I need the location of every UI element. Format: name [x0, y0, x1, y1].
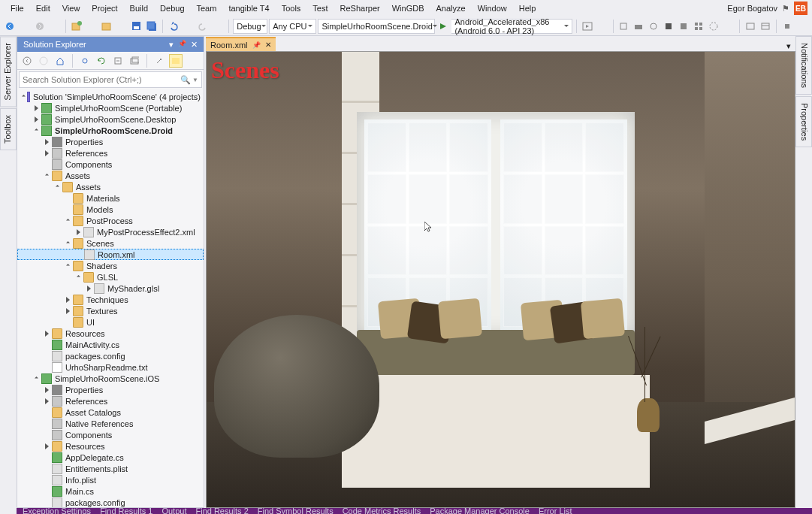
menu-team[interactable]: Team [191, 2, 223, 14]
search-dd-icon[interactable]: ▼ [192, 77, 198, 83]
tree-node[interactable]: SimpleUrhoRoomScene.iOS [17, 373, 204, 384]
tree-node[interactable]: GLSL [17, 271, 204, 283]
bottom-tab[interactable]: Output [161, 508, 186, 514]
tree-node[interactable]: Room.xml [17, 249, 204, 260]
tree-node[interactable]: Resources [17, 328, 204, 339]
scene-viewport[interactable]: Scenes [206, 51, 795, 508]
menu-tangible-t4[interactable]: tangible T4 [222, 2, 275, 14]
expander-icon[interactable] [85, 285, 92, 292]
se-refresh-icon[interactable] [95, 54, 108, 68]
menu-resharper[interactable]: ReSharper [334, 2, 386, 14]
menu-analyze[interactable]: Analyze [430, 2, 472, 14]
tree-node[interactable]: Entitlements.plist [17, 463, 204, 474]
tb-gen7-icon[interactable] [707, 19, 720, 34]
start-debug-button[interactable] [436, 19, 450, 34]
panel-menu-icon[interactable]: ▾ [169, 40, 174, 50]
tree-node[interactable]: packages.config [17, 350, 204, 361]
tree-node[interactable]: Techniques [17, 294, 204, 305]
xamarin-player-icon[interactable] [581, 19, 594, 34]
tb-win2-icon[interactable] [759, 19, 772, 34]
menu-window[interactable]: Window [472, 2, 513, 14]
doc-tab-room[interactable]: Room.xml 📌 ✕ [206, 37, 276, 51]
se-home-icon[interactable] [53, 54, 67, 68]
notifications-tab[interactable]: Notifications [795, 36, 812, 95]
expander-icon[interactable] [32, 127, 40, 135]
menu-wingdb[interactable]: WinGDB [386, 2, 430, 14]
tree-node[interactable]: SimpleUrhoRoomScene.Desktop [17, 113, 204, 125]
tree-node[interactable]: UI [17, 316, 204, 328]
search-input[interactable] [23, 75, 180, 84]
tree-node[interactable]: Resources [17, 440, 204, 452]
nav-back-dd[interactable] [18, 19, 32, 34]
panel-close-icon[interactable]: ✕ [191, 40, 198, 50]
tree-node[interactable]: Components [17, 159, 204, 170]
bottom-tab[interactable]: Error List [539, 508, 572, 514]
tree-node[interactable]: Main.cs [17, 485, 204, 497]
solution-search[interactable]: 🔍 ▼ [19, 71, 202, 88]
tree-node[interactable]: Assets [17, 170, 204, 181]
expander-icon[interactable] [64, 307, 71, 315]
expander-icon[interactable] [64, 240, 71, 247]
tb-win1-icon[interactable] [744, 19, 757, 34]
menu-project[interactable]: Project [86, 2, 123, 14]
notify-flag-icon[interactable]: ⚑ [782, 4, 789, 14]
tb-gen3-icon[interactable] [647, 19, 660, 34]
tree-node[interactable]: SimpleUrhoRoomScene (Portable) [17, 102, 204, 113]
tree-node[interactable]: Shaders [17, 260, 204, 271]
new-project-button[interactable] [70, 19, 83, 34]
toolbox-tab[interactable]: Toolbox [0, 108, 17, 150]
tree-node[interactable]: MyShader.glsl [17, 283, 204, 294]
tb-gen4-icon[interactable] [662, 19, 675, 34]
expander-icon[interactable] [32, 104, 40, 112]
tree-node[interactable]: Models [17, 204, 204, 215]
expander-icon[interactable] [74, 274, 82, 281]
save-all-button[interactable] [145, 19, 158, 34]
pin-icon[interactable]: 📌 [252, 41, 261, 49]
tree-node[interactable]: Materials [17, 192, 204, 204]
tree-node[interactable]: Scenes [17, 237, 204, 249]
expander-icon[interactable] [22, 93, 26, 101]
se-collapse-icon[interactable] [111, 54, 125, 68]
platform-combo[interactable]: Any CPU [269, 19, 316, 34]
server-explorer-tab[interactable]: Server Explorer [0, 36, 17, 107]
startup-project-combo[interactable]: SimpleUrhoRoomScene.Droid [318, 19, 435, 34]
expander-icon[interactable] [43, 150, 50, 157]
expander-icon[interactable] [32, 116, 40, 123]
menu-build[interactable]: Build [124, 2, 154, 14]
tree-node[interactable]: References [17, 395, 204, 407]
nav-back-button[interactable] [3, 19, 17, 34]
menu-edit[interactable]: Edit [30, 2, 56, 14]
config-combo[interactable]: Debug [233, 19, 267, 34]
expander-icon[interactable] [64, 296, 71, 304]
tree-node[interactable]: Components [17, 429, 204, 440]
tree-node[interactable]: PostProcess [17, 215, 204, 226]
se-back-icon[interactable] [20, 54, 34, 68]
tree-node[interactable]: Properties [17, 384, 204, 395]
tree-node[interactable]: References [17, 147, 204, 159]
panel-titlebar[interactable]: Solution Explorer ▾ 📌 ✕ [17, 37, 204, 52]
tree-node[interactable]: AppDelegate.cs [17, 452, 204, 463]
open-file-button[interactable] [100, 19, 113, 34]
expander-icon[interactable] [43, 172, 50, 180]
search-icon[interactable]: 🔍 [180, 75, 191, 85]
bottom-tab[interactable]: Find Results 2 [195, 508, 248, 514]
tree-node[interactable]: UrhoSharpReadme.txt [17, 361, 204, 373]
tree-node[interactable]: packages.config [17, 497, 204, 507]
undo-dd[interactable] [181, 19, 195, 34]
se-sync-icon[interactable] [78, 54, 92, 68]
bottom-tab[interactable]: Exception Settings [23, 508, 91, 514]
user-badge[interactable]: EB [794, 2, 807, 15]
menu-help[interactable]: Help [513, 2, 542, 14]
panel-pin-icon[interactable]: 📌 [178, 40, 186, 50]
tree-node[interactable]: Native References [17, 418, 204, 429]
tb-end-icon[interactable] [780, 19, 794, 34]
expander-icon[interactable] [43, 386, 50, 394]
se-properties-icon[interactable] [152, 54, 166, 68]
tb-gen6-icon[interactable] [692, 19, 705, 34]
properties-tab[interactable]: Properties [795, 96, 812, 147]
expander-icon[interactable] [64, 262, 71, 270]
debug-target-combo[interactable]: Android_Accelerated_x86 (Android 6.0 - A… [451, 19, 572, 34]
tb-gen5-icon[interactable] [677, 19, 690, 34]
tb-gen1-icon[interactable] [617, 19, 630, 34]
expander-icon[interactable] [43, 330, 50, 337]
